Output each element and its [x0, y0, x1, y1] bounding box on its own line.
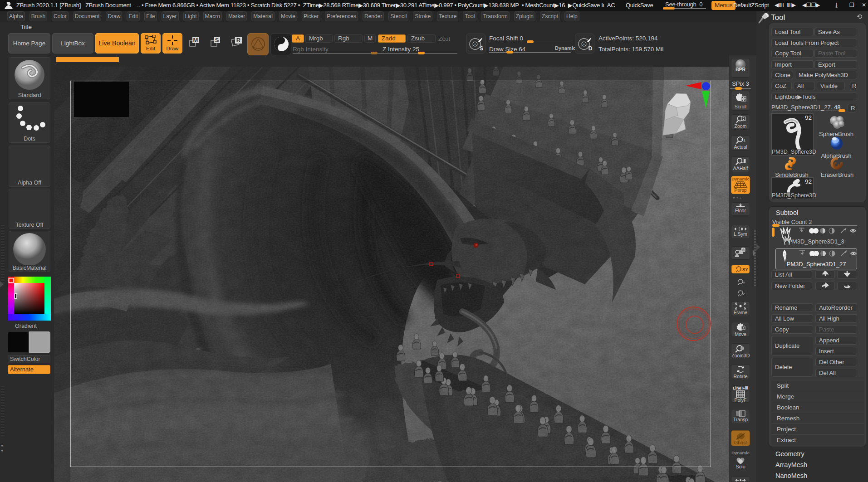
svg-text:Y: Y [743, 281, 745, 285]
svg-text:R: R [236, 37, 241, 44]
svg-text:Z: Z [743, 292, 745, 296]
svg-text:XYZ: XYZ [742, 267, 748, 272]
svg-text:x1: x1 [741, 138, 745, 142]
svg-text:S: S [480, 45, 483, 52]
svg-text:+: + [474, 42, 476, 47]
svg-text:D: D [588, 45, 593, 52]
svg-text:M: M [193, 37, 198, 44]
svg-text:+: + [583, 42, 585, 47]
svg-text:S: S [215, 37, 219, 44]
